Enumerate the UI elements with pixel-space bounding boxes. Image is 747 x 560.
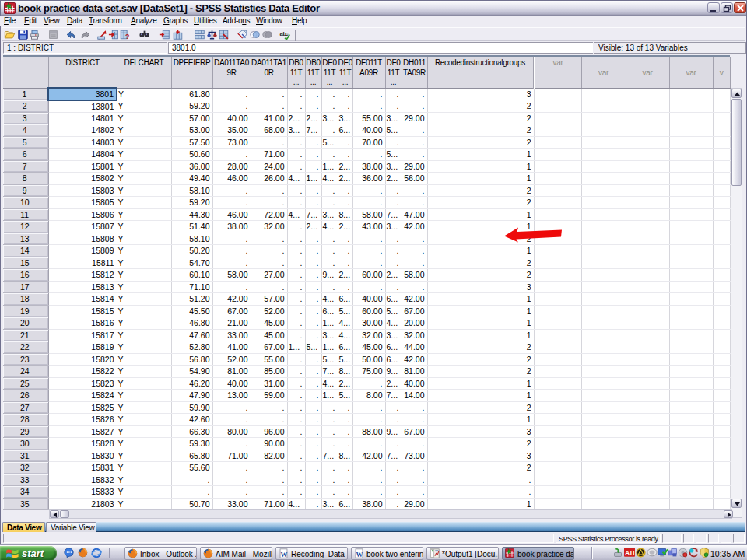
svg-text:W: W [281, 551, 288, 558]
svg-text:W: W [356, 551, 363, 558]
svg-text:ATI: ATI [625, 549, 634, 556]
svg-text:?: ? [125, 33, 129, 40]
